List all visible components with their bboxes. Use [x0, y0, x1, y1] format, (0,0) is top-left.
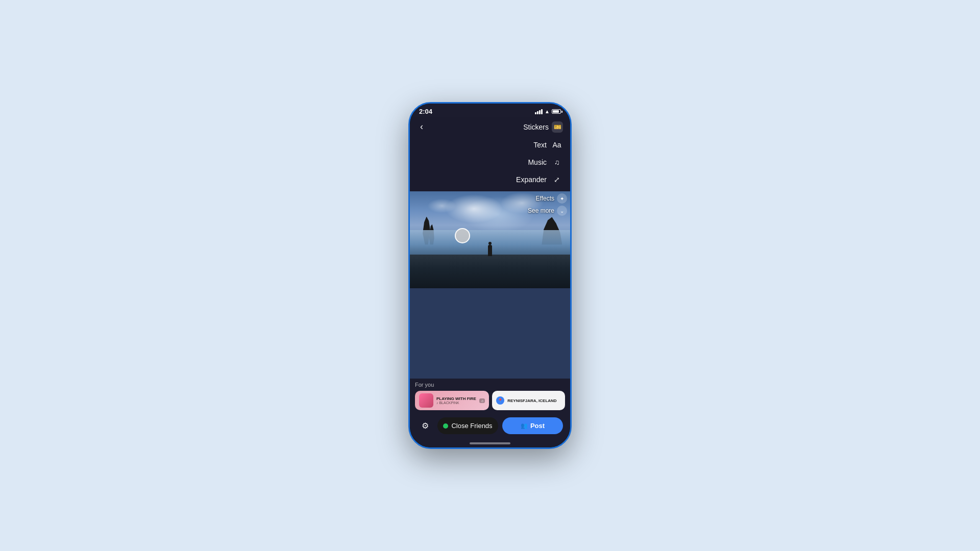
battery-icon: [552, 109, 561, 114]
menu-items: Text Aa Music ♫ Expander ⤢: [410, 136, 570, 191]
status-time: 2:04: [419, 108, 432, 115]
action-bar: ⚙ Close Friends 👥 Post: [410, 413, 570, 440]
music-label: Music: [528, 158, 547, 166]
person-silhouette: [488, 245, 492, 256]
bottom-section: For you PLAYING WITH FIRE ♪ BLACKPINK ♫ …: [410, 379, 570, 413]
photo-scene: Effects ✦ See more ⌄: [410, 191, 570, 288]
location-icon: 📍: [496, 396, 504, 405]
ground-area: [410, 255, 570, 289]
signal-icon: [535, 109, 543, 114]
photo-overlay-menu: Effects ✦ See more ⌄: [528, 193, 567, 216]
music-suggestion-card[interactable]: PLAYING WITH FIRE ♪ BLACKPINK ♫: [415, 391, 489, 410]
see-more-item[interactable]: See more ⌄: [528, 206, 567, 216]
post-label: Post: [530, 422, 545, 430]
music-artist: ♪ BLACKPINK: [436, 401, 476, 405]
cf-dot: [443, 423, 448, 429]
phone-frame: 2:04 ▲ ‹ Stickers 🎫: [408, 102, 572, 449]
see-more-label: See more: [528, 207, 554, 214]
effects-label: Effects: [536, 195, 554, 202]
music-thumb: [419, 393, 433, 408]
menu-item-music[interactable]: Music ♫: [417, 154, 563, 171]
stickers-label: Stickers: [523, 123, 549, 131]
location-text: REYNISFJARA, ICELAND: [507, 398, 556, 403]
see-more-icon: ⌄: [557, 206, 567, 216]
photo-area: Effects ✦ See more ⌄: [410, 191, 570, 379]
close-friends-button[interactable]: Close Friends: [437, 417, 498, 434]
effects-item[interactable]: Effects ✦: [536, 193, 567, 204]
settings-button[interactable]: ⚙: [417, 418, 433, 434]
drag-circle-sticker[interactable]: [455, 228, 470, 243]
music-badge: ♫: [479, 398, 485, 403]
location-suggestion-card[interactable]: 📍 REYNISFJARA, ICELAND: [492, 391, 565, 410]
home-bar: [470, 442, 510, 444]
post-icon: 👥: [521, 422, 528, 429]
wifi-icon: ▲: [545, 109, 550, 114]
status-icons: ▲: [535, 109, 561, 114]
text-label: Text: [533, 141, 547, 149]
text-icon: Aa: [551, 139, 563, 151]
music-icon: ♫: [551, 156, 563, 168]
expander-label: Expander: [516, 176, 547, 184]
phone-screen: 2:04 ▲ ‹ Stickers 🎫: [410, 104, 570, 447]
suggestion-cards: PLAYING WITH FIRE ♪ BLACKPINK ♫ 📍 REYNIS…: [415, 391, 565, 410]
menu-item-text[interactable]: Text Aa: [417, 136, 563, 154]
effects-icon: ✦: [557, 193, 567, 204]
stickers-button[interactable]: Stickers 🎫: [523, 121, 563, 133]
music-title: PLAYING WITH FIRE: [436, 396, 476, 401]
top-bar: ‹ Stickers 🎫: [410, 117, 570, 136]
status-bar: 2:04 ▲: [410, 104, 570, 117]
close-friends-label: Close Friends: [451, 422, 492, 430]
for-you-label: For you: [415, 382, 565, 388]
post-button[interactable]: 👥 Post: [502, 417, 563, 434]
menu-item-expander[interactable]: Expander ⤢: [417, 171, 563, 188]
back-button[interactable]: ‹: [417, 120, 426, 133]
music-card-info: PLAYING WITH FIRE ♪ BLACKPINK: [436, 396, 476, 405]
expander-icon: ⤢: [551, 173, 563, 186]
home-indicator: [410, 440, 570, 447]
stickers-icon: 🎫: [552, 121, 563, 133]
